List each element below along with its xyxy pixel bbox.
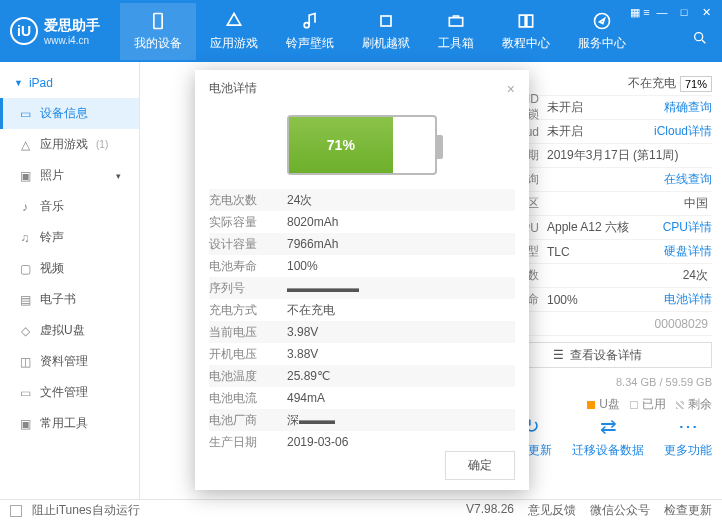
detail-label: 序列号 (209, 280, 287, 297)
compass-icon (592, 11, 612, 31)
more-icon: ⋯ (678, 414, 698, 438)
nav-ringtones[interactable]: 铃声壁纸 (272, 3, 348, 60)
bell-icon: ♫ (18, 231, 32, 245)
close-button[interactable]: ✕ (696, 4, 716, 20)
disk-link[interactable]: 硬盘详情 (664, 243, 712, 260)
tools-icon: ▣ (18, 417, 32, 431)
svg-rect-0 (154, 13, 162, 28)
disk-icon: ◇ (18, 324, 32, 338)
flash-icon (376, 11, 396, 31)
detail-label: 开机电压 (209, 346, 287, 363)
nav-service[interactable]: 服务中心 (564, 3, 640, 60)
tools-row: ↻OS更新 ⇄迁移设备数据 ⋯更多功能 (511, 414, 712, 459)
close-icon[interactable]: × (507, 81, 515, 97)
brand-url: www.i4.cn (44, 35, 100, 46)
sidebar-item-apps[interactable]: △应用游戏(1) (0, 129, 139, 160)
sidebar-item-data[interactable]: ◫资料管理 (0, 346, 139, 377)
book-icon: ▤ (18, 293, 32, 307)
menu-icon[interactable]: ▦ ≡ (630, 4, 650, 20)
video-icon: ▢ (18, 262, 32, 276)
detail-label: 生产日期 (209, 434, 287, 451)
info-icon: ▭ (18, 107, 32, 121)
legend-udisk-swatch (587, 401, 595, 409)
battery-details-modal: 电池详情 × 71% 充电次数24次实际容量8020mAh设计容量7966mAh… (195, 70, 529, 490)
apps-icon (224, 11, 244, 31)
phone-icon (148, 11, 168, 31)
sidebar-item-music[interactable]: ♪音乐 (0, 191, 139, 222)
music-icon (300, 11, 320, 31)
ok-button[interactable]: 确定 (445, 451, 515, 480)
list-icon: ☰ (553, 348, 564, 362)
minimize-button[interactable]: — (652, 4, 672, 20)
maximize-button[interactable]: □ (674, 4, 694, 20)
sidebar-item-device-info[interactable]: ▭设备信息 (0, 98, 139, 129)
sidebar-item-photos[interactable]: ▣照片▾ (0, 160, 139, 191)
sidebar-item-ringtones[interactable]: ♫铃声 (0, 222, 139, 253)
detail-label: 电池温度 (209, 368, 287, 385)
detail-value: ▬▬▬▬▬▬ (287, 281, 359, 295)
detail-label: 电池电流 (209, 390, 287, 407)
data-icon: ◫ (18, 355, 32, 369)
svg-rect-2 (381, 16, 391, 26)
nav-my-device[interactable]: 我的设备 (120, 3, 196, 60)
appleid-link[interactable]: 精确查询 (664, 99, 712, 116)
detail-label: 充电次数 (209, 192, 287, 209)
wechat-link[interactable]: 微信公众号 (590, 502, 650, 519)
music-icon: ♪ (18, 200, 32, 214)
detail-label: 设计容量 (209, 236, 287, 253)
nav-tutorials[interactable]: 教程中心 (488, 3, 564, 60)
nav-apps[interactable]: 应用游戏 (196, 3, 272, 60)
battery-percent-badge: 71% (680, 76, 712, 92)
detail-row: 电池厂商深▬▬▬ (209, 409, 515, 431)
itunes-checkbox[interactable] (10, 505, 22, 517)
legend-free-swatch (676, 401, 684, 409)
feedback-link[interactable]: 意见反馈 (528, 502, 576, 519)
detail-value: 7966mAh (287, 237, 338, 251)
cpu-link[interactable]: CPU详情 (663, 219, 712, 236)
detail-row: 当前电压3.98V (209, 321, 515, 343)
search-icon[interactable] (692, 30, 708, 49)
chevron-icon: ▾ (116, 171, 121, 181)
device-header[interactable]: ▼iPad (0, 68, 139, 98)
detail-label: 电池寿命 (209, 258, 287, 275)
migrate-icon: ⇄ (600, 414, 617, 438)
chevron-down-icon: ▼ (14, 78, 23, 88)
nav-toolbox[interactable]: 工具箱 (424, 3, 488, 60)
detail-label: 当前电压 (209, 324, 287, 341)
detail-value: 494mA (287, 391, 325, 405)
migrate-button[interactable]: ⇄迁移设备数据 (572, 414, 644, 459)
battery-detail-table: 充电次数24次实际容量8020mAh设计容量7966mAh电池寿命100%序列号… (195, 189, 529, 453)
sidebar-item-files[interactable]: ▭文件管理 (0, 377, 139, 408)
svg-point-5 (695, 33, 703, 41)
battery-fill: 71% (289, 117, 393, 173)
modal-title-bar: 电池详情 × (195, 70, 529, 107)
detail-value: 3.88V (287, 347, 318, 361)
sidebar-item-tools[interactable]: ▣常用工具 (0, 408, 139, 439)
detail-row: 设计容量7966mAh (209, 233, 515, 255)
warranty-link[interactable]: 在线查询 (664, 171, 712, 188)
detail-value: 100% (287, 259, 318, 273)
detail-row: 充电次数24次 (209, 189, 515, 211)
update-link[interactable]: 检查更新 (664, 502, 712, 519)
detail-value: 25.89℃ (287, 369, 330, 383)
logo-icon: iU (10, 17, 38, 45)
icloud-link[interactable]: iCloud详情 (654, 123, 712, 140)
brand-name: 爱思助手 (44, 17, 100, 35)
window-controls: ▦ ≡ — □ ✕ (630, 4, 716, 20)
svg-rect-3 (449, 17, 462, 25)
footer: 阻止iTunes自动运行 V7.98.26 意见反馈 微信公众号 检查更新 (0, 499, 722, 521)
nav-jailbreak[interactable]: 刷机越狱 (348, 3, 424, 60)
sidebar-item-ebook[interactable]: ▤电子书 (0, 284, 139, 315)
photo-icon: ▣ (18, 169, 32, 183)
detail-row: 电池温度25.89℃ (209, 365, 515, 387)
more-tools-button[interactable]: ⋯更多功能 (664, 414, 712, 459)
battery-link[interactable]: 电池详情 (664, 291, 712, 308)
sidebar-item-udisk[interactable]: ◇虚拟U盘 (0, 315, 139, 346)
sidebar: ▼iPad ▭设备信息 △应用游戏(1) ▣照片▾ ♪音乐 ♫铃声 ▢视频 ▤电… (0, 62, 140, 499)
detail-value: 不在充电 (287, 302, 335, 319)
detail-value: 8020mAh (287, 215, 338, 229)
detail-label: 电池厂商 (209, 412, 287, 429)
logo: iU 爱思助手 www.i4.cn (10, 17, 100, 46)
itunes-label: 阻止iTunes自动运行 (32, 502, 140, 519)
sidebar-item-video[interactable]: ▢视频 (0, 253, 139, 284)
